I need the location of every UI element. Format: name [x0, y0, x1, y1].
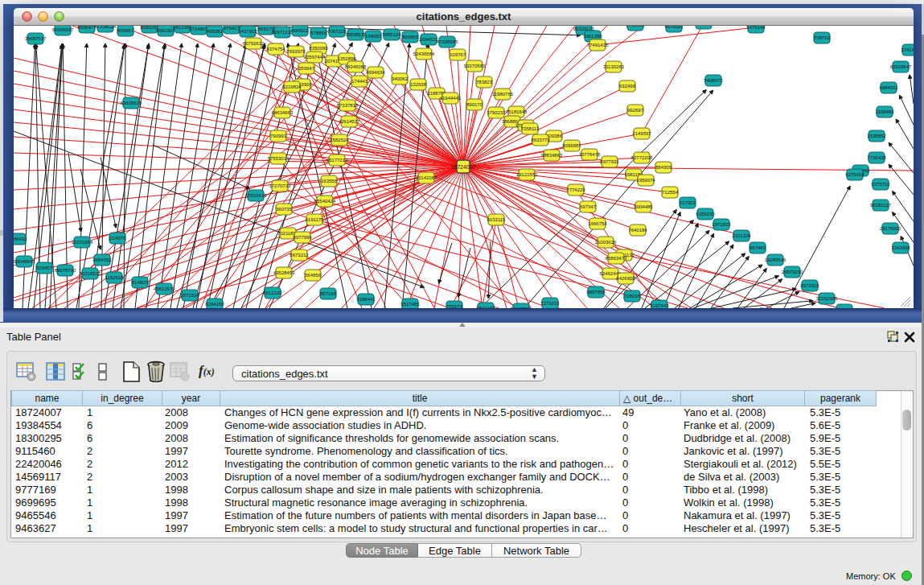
svg-text:26879290: 26879290	[782, 270, 803, 274]
svg-text:867460: 867460	[749, 245, 766, 250]
svg-text:8973915: 8973915	[800, 283, 819, 288]
svg-text:63606628: 63606628	[121, 101, 142, 105]
svg-text:8633773: 8633773	[531, 138, 550, 142]
svg-text:1192619: 1192619	[105, 275, 125, 280]
svg-text:42614537: 42614537	[339, 119, 360, 124]
svg-text:81971316: 81971316	[272, 30, 294, 35]
svg-text:64634663: 64634663	[272, 110, 294, 115]
svg-text:3741438: 3741438	[901, 47, 914, 52]
svg-text:214975: 214975	[109, 236, 126, 241]
svg-text:996865: 996865	[402, 35, 419, 39]
svg-text:85863473: 85863473	[606, 256, 627, 261]
svg-text:4426900: 4426900	[616, 276, 635, 281]
svg-text:678856: 678856	[310, 31, 327, 35]
svg-text:895667: 895667	[117, 28, 134, 33]
svg-text:9548432: 9548432	[14, 237, 27, 241]
svg-text:32162965: 32162965	[816, 296, 838, 301]
svg-text:148050: 148050	[365, 34, 382, 39]
svg-text:5437923: 5437923	[238, 29, 257, 34]
svg-text:890170: 890170	[466, 102, 483, 107]
svg-text:6279418: 6279418	[845, 172, 864, 177]
svg-text:22201654: 22201654	[72, 240, 93, 245]
svg-text:93370583: 93370583	[464, 64, 486, 68]
svg-text:884309: 884309	[655, 165, 672, 170]
svg-text:5673212: 5673212	[290, 253, 309, 257]
svg-text:632496: 632496	[619, 84, 636, 89]
svg-text:82772208: 82772208	[631, 155, 653, 160]
svg-text:67503414: 67503414	[245, 193, 267, 198]
svg-text:564656: 564656	[305, 273, 322, 278]
svg-text:4684531: 4684531	[879, 85, 898, 90]
svg-text:66792612: 66792612	[243, 41, 265, 46]
svg-text:4374754: 4374754	[266, 47, 285, 51]
svg-text:87337818: 87337818	[337, 103, 359, 108]
svg-text:47338124: 47338124	[95, 26, 117, 29]
svg-text:4694634: 4694634	[366, 70, 385, 75]
svg-text:19289546: 19289546	[765, 257, 786, 262]
svg-text:1352896: 1352896	[337, 56, 356, 61]
svg-text:1959074: 1959074	[636, 178, 655, 183]
svg-text:3684052: 3684052	[92, 257, 112, 262]
svg-text:498382: 498382	[207, 29, 224, 34]
svg-text:60929647: 60929647	[890, 64, 912, 69]
svg-text:6159230: 6159230	[696, 212, 715, 216]
svg-text:992697: 992697	[627, 108, 644, 113]
svg-text:2321324: 2321324	[732, 233, 751, 238]
svg-text:174441: 174441	[351, 79, 368, 84]
svg-text:163556: 163556	[321, 179, 338, 183]
svg-text:43528453: 43528453	[273, 270, 295, 275]
svg-text:9375710: 9375710	[871, 182, 890, 187]
svg-text:21003626: 21003626	[595, 240, 617, 245]
svg-text:98834863: 98834863	[541, 153, 563, 158]
svg-text:7640184: 7640184	[628, 228, 647, 233]
svg-text:57553014: 57553014	[268, 156, 290, 161]
svg-text:5855124: 5855124	[382, 32, 401, 37]
svg-text:23141087: 23141087	[416, 175, 437, 180]
svg-text:75181648: 75181648	[506, 109, 528, 114]
svg-text:65177213: 65177213	[326, 158, 348, 163]
svg-text:2871534: 2871534	[180, 293, 199, 298]
svg-text:36687537: 36687537	[25, 36, 47, 41]
svg-text:9398441: 9398441	[356, 297, 376, 302]
svg-text:697347: 697347	[580, 204, 597, 209]
svg-text:1666754: 1666754	[588, 221, 607, 226]
svg-text:8294150: 8294150	[205, 302, 224, 307]
svg-text:30776478: 30776478	[579, 152, 601, 157]
svg-text:66306997: 66306997	[52, 27, 74, 32]
svg-text:18724007: 18724007	[450, 164, 475, 170]
svg-text:360735: 360735	[276, 207, 293, 212]
svg-text:8096887: 8096887	[562, 143, 581, 148]
svg-text:89978790: 89978790	[55, 268, 76, 273]
svg-text:790993: 790993	[270, 134, 287, 138]
svg-text:5004485: 5004485	[634, 204, 653, 209]
svg-text:6033115: 6033115	[487, 217, 507, 222]
svg-text:70597444: 70597444	[304, 55, 326, 60]
svg-text:96282117: 96282117	[870, 203, 892, 208]
svg-text:1938483: 1938483	[875, 109, 894, 114]
svg-text:7774229: 7774229	[566, 187, 585, 192]
svg-text:814825: 814825	[132, 280, 149, 285]
svg-text:8350099: 8350099	[309, 46, 328, 51]
svg-text:3728882: 3728882	[626, 26, 645, 27]
svg-text:5977931: 5977931	[600, 159, 619, 164]
svg-text:29175900: 29175900	[880, 226, 901, 231]
svg-text:503457: 503457	[36, 266, 53, 270]
svg-text:31130263: 31130263	[603, 64, 625, 69]
svg-text:728038: 728038	[624, 294, 641, 299]
svg-text:132938: 132938	[410, 82, 427, 87]
svg-text:3219824: 3219824	[282, 84, 302, 89]
svg-text:35808537: 35808537	[345, 32, 367, 37]
svg-text:17270733: 17270733	[269, 183, 291, 188]
svg-text:11980765: 11980765	[492, 92, 514, 97]
svg-text:359947: 359947	[298, 66, 315, 71]
svg-text:9961380: 9961380	[583, 34, 602, 39]
svg-text:7358113: 7358113	[521, 126, 540, 131]
svg-text:3790237: 3790237	[487, 110, 506, 115]
svg-text:8612220: 8612220	[263, 290, 282, 295]
svg-text:857168: 857168	[320, 291, 337, 296]
svg-text:1971823: 1971823	[712, 222, 731, 227]
svg-text:41944441: 41944441	[440, 96, 462, 101]
svg-text:2582524: 2582524	[330, 138, 349, 142]
svg-text:81016525: 81016525	[80, 271, 101, 276]
svg-text:217301: 217301	[680, 200, 696, 205]
